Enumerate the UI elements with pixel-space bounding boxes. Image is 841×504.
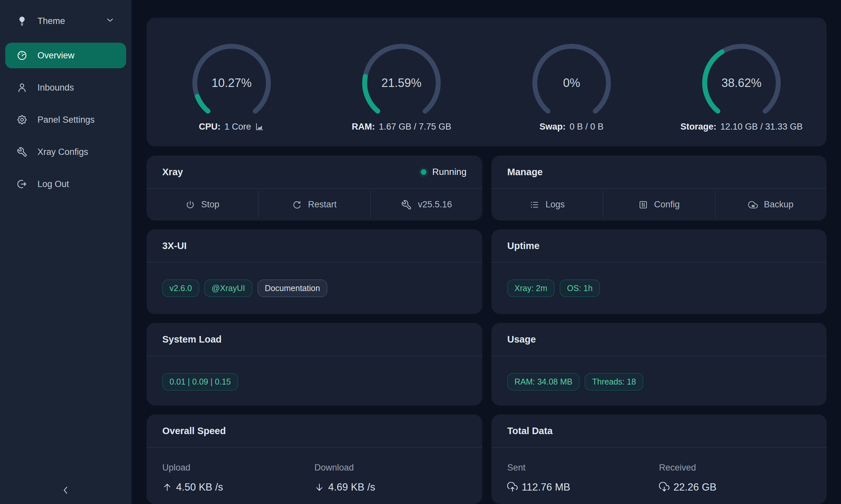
metric-label: Upload xyxy=(162,463,314,473)
sidebar-collapse-button[interactable] xyxy=(0,485,132,496)
main-content: 10.27%CPU:1 Core21.59%RAM:1.67 GB / 7.75… xyxy=(132,0,841,504)
uptime-card-title: Uptime xyxy=(507,240,539,251)
power-icon xyxy=(185,200,195,210)
cloud-download-icon xyxy=(659,482,670,492)
theme-selector[interactable]: Theme xyxy=(5,7,126,35)
overall-speed-card-title: Overall Speed xyxy=(162,426,226,436)
metric-label: Sent xyxy=(507,463,659,473)
speedometer-icon xyxy=(16,50,28,61)
cloud-icon xyxy=(748,200,758,210)
svg-text:38.62%: 38.62% xyxy=(721,76,761,90)
arrow-up-icon xyxy=(162,482,172,492)
metric-value: 4.69 KB /s xyxy=(314,481,466,493)
sidebar-item-label: Panel Settings xyxy=(37,115,95,125)
badge-xray-2m: Xray: 2m xyxy=(507,280,554,297)
metric-label: Download xyxy=(314,463,466,473)
gauge-label: Storage:12.10 GB / 31.33 GB xyxy=(680,122,803,132)
badge-documentation[interactable]: Documentation xyxy=(258,280,327,297)
badge-threads-18: Threads: 18 xyxy=(585,373,643,391)
metric-label: Received xyxy=(659,463,811,473)
wrench-icon xyxy=(401,199,412,210)
metric-sent: Sent112.76 MB xyxy=(507,463,659,493)
sidebar-item-label: Overview xyxy=(37,51,74,61)
sidebar-item-panel-settings[interactable]: Panel Settings xyxy=(5,107,126,132)
system-load-card: System Load 0.01 | 0.09 | 0.15 xyxy=(147,323,482,406)
sliders-icon xyxy=(638,200,648,210)
config-button[interactable]: Config xyxy=(603,189,715,220)
svg-text:0%: 0% xyxy=(563,76,580,90)
arrow-down-icon xyxy=(314,482,324,492)
xray-card: Xray Running StopRestartv25.5.16 xyxy=(147,156,482,220)
xui-badges: v2.6.0@XrayUIDocumentation xyxy=(147,263,482,314)
action-label: Config xyxy=(654,199,680,210)
action-label: Backup xyxy=(764,199,793,210)
overall-speed-metrics: Upload4.50 KB /sDownload4.69 KB /s xyxy=(147,448,482,493)
gauge-arc: 38.62% xyxy=(699,41,784,121)
xray-status: Running xyxy=(421,167,466,177)
sidebar-item-log-out[interactable]: Log Out xyxy=(5,171,126,197)
version-button[interactable]: v25.5.16 xyxy=(371,189,482,220)
xray-actions: StopRestartv25.5.16 xyxy=(147,189,482,220)
gauge-swap: 0%Swap:0 B / 0 B xyxy=(486,33,657,132)
action-label: Logs xyxy=(545,199,565,210)
sidebar-item-label: Log Out xyxy=(37,179,69,189)
system-stats-card: 10.27%CPU:1 Core21.59%RAM:1.67 GB / 7.75… xyxy=(147,18,826,146)
sidebar: Theme OverviewInboundsPanel SettingsXray… xyxy=(0,0,132,504)
logs-button[interactable]: Logs xyxy=(492,189,603,220)
badge-xrayui[interactable]: @XrayUI xyxy=(204,280,252,297)
sidebar-item-inbounds[interactable]: Inbounds xyxy=(5,75,126,101)
svg-text:21.59%: 21.59% xyxy=(381,76,422,90)
total-data-metrics: Sent112.76 MBReceived22.26 GB xyxy=(492,448,826,493)
usage-card-title: Usage xyxy=(507,334,536,345)
gear-icon xyxy=(16,114,28,125)
system-load-card-title: System Load xyxy=(162,334,222,345)
metric-value: 112.76 MB xyxy=(507,481,659,493)
xui-card-title: 3X-UI xyxy=(162,240,187,251)
gauge-arc: 10.27% xyxy=(189,41,274,121)
sidebar-item-overview[interactable]: Overview xyxy=(5,43,126,68)
badge-ram-34-08-mb: RAM: 34.08 MB xyxy=(507,373,580,391)
cloud-upload-icon xyxy=(507,482,518,492)
metric-download: Download4.69 KB /s xyxy=(314,463,466,493)
status-dot-icon xyxy=(421,169,426,175)
sidebar-nav: OverviewInboundsPanel SettingsXray Confi… xyxy=(0,43,132,197)
gauge-storage: 38.62%Storage:12.10 GB / 31.33 GB xyxy=(657,33,827,132)
theme-label: Theme xyxy=(37,16,65,26)
metric-upload: Upload4.50 KB /s xyxy=(162,463,314,493)
gauge-label: RAM:1.67 GB / 7.75 GB xyxy=(352,122,451,132)
sidebar-item-label: Xray Configs xyxy=(37,147,88,157)
action-label: Stop xyxy=(201,199,220,210)
restart-button[interactable]: Restart xyxy=(259,189,370,220)
badge-os-1h: OS: 1h xyxy=(560,280,600,297)
xray-card-title: Xray xyxy=(162,167,183,178)
uptime-card: Uptime Xray: 2mOS: 1h xyxy=(492,229,826,314)
total-data-card-title: Total Data xyxy=(507,426,552,436)
action-label: Restart xyxy=(308,199,337,210)
gauge-ram: 21.59%RAM:1.67 GB / 7.75 GB xyxy=(317,33,487,132)
user-icon xyxy=(16,82,28,93)
manage-card: Manage LogsConfigBackup xyxy=(492,156,826,220)
cards-grid: Xray Running StopRestartv25.5.16 Manage … xyxy=(147,156,826,504)
chart-area-icon[interactable] xyxy=(255,122,264,131)
action-label: v25.5.16 xyxy=(418,199,452,210)
uptime-badges: Xray: 2mOS: 1h xyxy=(492,263,826,314)
xui-card: 3X-UI v2.6.0@XrayUIDocumentation xyxy=(147,229,482,314)
overall-speed-card: Overall Speed Upload4.50 KB /sDownload4.… xyxy=(147,414,482,504)
restart-icon xyxy=(292,200,302,210)
metric-received: Received22.26 GB xyxy=(659,463,811,493)
stop-button[interactable]: Stop xyxy=(147,189,258,220)
usage-card: Usage RAM: 34.08 MBThreads: 18 xyxy=(492,323,826,406)
badge-0-01-0-09-0-15: 0.01 | 0.09 | 0.15 xyxy=(162,373,238,391)
metric-value: 22.26 GB xyxy=(659,481,811,493)
total-data-card: Total Data Sent112.76 MBReceived22.26 GB xyxy=(492,414,826,504)
badge-v2-6-0[interactable]: v2.6.0 xyxy=(162,280,199,297)
manage-card-title: Manage xyxy=(507,167,543,178)
xray-status-label: Running xyxy=(432,167,466,177)
backup-button[interactable]: Backup xyxy=(715,189,826,220)
sidebar-item-label: Inbounds xyxy=(37,83,74,93)
sidebar-item-xray-configs[interactable]: Xray Configs xyxy=(5,139,126,165)
gauge-cpu: 10.27%CPU:1 Core xyxy=(147,33,317,132)
manage-actions: LogsConfigBackup xyxy=(492,189,826,220)
metric-value: 4.50 KB /s xyxy=(162,481,314,493)
usage-badges: RAM: 34.08 MBThreads: 18 xyxy=(492,356,826,406)
